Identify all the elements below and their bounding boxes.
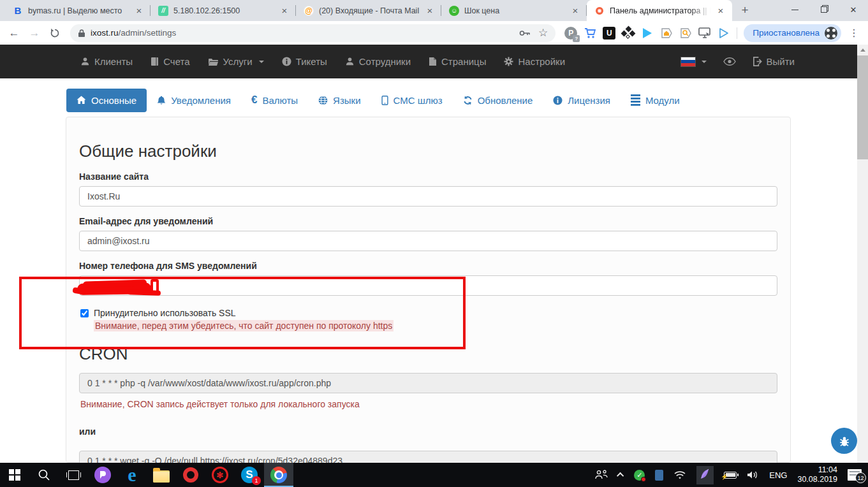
search-pentagon-icon	[679, 27, 692, 40]
site-name-label: Название сайта	[79, 171, 777, 182]
taskbar-chrome-button[interactable]	[264, 463, 293, 487]
browser-tab-2[interactable]: // 5.180.102.26:1500 ×	[151, 0, 296, 21]
tab-currencies[interactable]: € Валюты	[241, 87, 308, 113]
task-view-icon	[68, 470, 79, 480]
gear-icon	[504, 57, 513, 66]
tab-general[interactable]: Основные	[66, 89, 147, 112]
page-scrollbar[interactable]	[857, 45, 868, 463]
cron-local-command-input[interactable]	[79, 373, 777, 393]
tab-close-icon[interactable]: ×	[570, 6, 580, 15]
pen-app-tray-icon[interactable]	[696, 466, 714, 484]
tab-modules[interactable]: Модули	[621, 88, 690, 112]
browser-tab-active[interactable]: Панель администратора || IXo ×	[587, 0, 732, 21]
home-hexagon-icon	[660, 27, 673, 40]
tab-update[interactable]: Обновление	[453, 89, 543, 112]
browser-tab-1[interactable]: B bymas.ru | Выделю место ×	[5, 0, 151, 21]
tray-expand-chevron-icon[interactable]	[617, 472, 624, 479]
battery-icon[interactable]: ⚡	[724, 472, 737, 479]
taskbar-explorer-button[interactable]	[147, 463, 176, 487]
extension-home-icon[interactable]	[660, 27, 673, 40]
extension-search-icon[interactable]	[679, 27, 692, 40]
taskbar-yandex-button[interactable]	[88, 463, 117, 487]
browser-toolbar: ← → ixost.ru/admin/settings ☆ P? U	[0, 21, 868, 45]
bug-report-button[interactable]	[831, 428, 857, 454]
extension-cart-icon[interactable]	[584, 27, 596, 40]
start-button[interactable]	[0, 463, 29, 487]
phone-redaction-loop	[151, 279, 159, 294]
extension-p-icon[interactable]: P?	[564, 27, 577, 40]
nav-item-services[interactable]: Услуги	[199, 45, 273, 78]
blue-app-tray-icon[interactable]	[655, 470, 663, 481]
keyboard-language-indicator[interactable]: ENG	[769, 470, 787, 480]
taskbar-opera-button[interactable]	[176, 463, 205, 487]
nav-item-staff[interactable]: Сотрудники	[336, 45, 420, 78]
browser-tab-3[interactable]: @ (20) Входящие - Почта Mail.ru ×	[296, 0, 441, 21]
chrome-menu-button[interactable]: ⋮	[848, 27, 860, 39]
nav-item-pages[interactable]: Страницы	[420, 45, 495, 78]
feather-icon	[700, 469, 710, 479]
bookmark-star-icon[interactable]: ☆	[538, 26, 548, 40]
time-text: 11:04	[797, 465, 837, 475]
nav-item-invoices[interactable]: Счета	[142, 45, 198, 78]
nav-item-clients[interactable]: Клиенты	[71, 45, 142, 78]
task-view-button[interactable]	[59, 463, 88, 487]
browser-tab-4[interactable]: ☺ Шок цена ×	[441, 0, 587, 21]
tab-title: (20) Входящие - Почта Mail.ru	[319, 6, 420, 15]
smiley-favicon-icon: ☺	[449, 6, 459, 16]
antivirus-tray-icon[interactable]: ✓	[634, 470, 645, 481]
password-key-icon[interactable]	[519, 30, 531, 36]
window-minimize-button[interactable]	[780, 0, 809, 19]
tab-license[interactable]: Лицензия	[543, 89, 621, 112]
people-icon[interactable]	[594, 470, 608, 480]
tab-close-icon[interactable]: ×	[134, 6, 144, 15]
notification-center-button[interactable]: 12	[848, 469, 862, 481]
phone-icon	[381, 96, 388, 105]
minimize-icon	[791, 10, 798, 10]
extensions-tray: P? U Приостановлена	[562, 24, 863, 42]
taskbar-utility-button[interactable]: ✻	[205, 463, 235, 487]
invoice-icon	[151, 57, 159, 66]
extension-diamonds-icon[interactable]	[622, 27, 635, 40]
email-label: Email-адрес для уведомлений	[79, 216, 777, 226]
extension-play-icon[interactable]	[641, 27, 654, 40]
site-name-input[interactable]	[79, 186, 777, 207]
nav-label: Счета	[163, 56, 189, 67]
windows-taskbar: e ✻ S1 ✓ ⚡ ENG 11:04 30.08.2019 12	[0, 463, 868, 487]
new-tab-button[interactable]: +	[736, 1, 754, 19]
forward-button[interactable]: →	[26, 24, 43, 42]
taskbar-search-button[interactable]	[29, 463, 59, 487]
back-button[interactable]: ←	[5, 24, 23, 42]
scrollbar-thumb[interactable]	[857, 55, 868, 159]
wifi-icon[interactable]	[673, 470, 686, 480]
window-maximize-button[interactable]	[809, 0, 839, 19]
sync-paused-button[interactable]: Приостановлена	[744, 24, 841, 42]
scrollbar-up-arrow[interactable]	[857, 45, 868, 55]
reload-button[interactable]	[46, 24, 64, 42]
volume-icon[interactable]	[747, 470, 759, 480]
tab-notifications[interactable]: Уведомления	[147, 89, 241, 112]
nav-label: Услуги	[223, 56, 253, 67]
shopping-cart-icon	[584, 27, 596, 39]
extension-u-icon[interactable]: U	[603, 27, 615, 40]
view-site-eye-icon[interactable]	[723, 57, 736, 66]
logout-icon	[753, 57, 762, 66]
language-selector[interactable]	[680, 57, 707, 67]
extension-play-outline-icon[interactable]	[717, 27, 730, 40]
window-controls: ✕	[780, 0, 868, 19]
user-icon	[80, 57, 90, 66]
tab-languages[interactable]: Языки	[308, 89, 371, 112]
nav-item-tickets[interactable]: Тикеты	[273, 45, 336, 78]
tab-sms-gateway[interactable]: СМС шлюз	[371, 89, 453, 112]
address-bar[interactable]: ixost.ru/admin/settings ☆	[70, 24, 555, 42]
window-close-button[interactable]: ✕	[839, 0, 868, 19]
taskbar-clock[interactable]: 11:04 30.08.2019	[797, 465, 837, 484]
logout-button[interactable]: Выйти	[753, 56, 795, 67]
tab-close-icon[interactable]: ×	[279, 6, 290, 15]
email-input[interactable]	[79, 231, 777, 251]
taskbar-skype-button[interactable]: S1	[235, 463, 264, 487]
nav-item-settings[interactable]: Настройки	[495, 45, 574, 78]
extension-monitor-icon[interactable]	[698, 27, 711, 40]
tab-close-icon[interactable]: ×	[716, 6, 726, 15]
tab-close-icon[interactable]: ×	[425, 6, 435, 15]
taskbar-edge-button[interactable]: e	[117, 463, 147, 487]
